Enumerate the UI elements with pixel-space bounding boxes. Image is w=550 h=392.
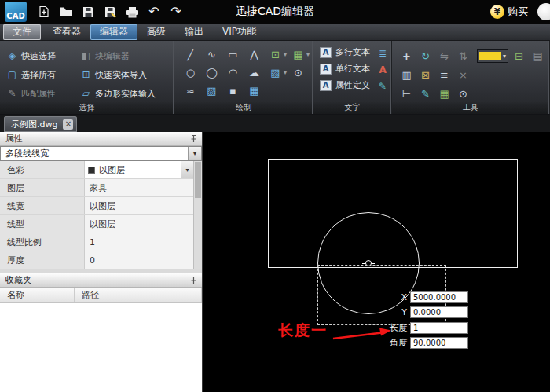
quick-select-button[interactable]: ◈ 快速选择 (5, 46, 79, 65)
rectangle-tool-icon[interactable]: ▭ (223, 46, 243, 62)
favorites-list[interactable] (0, 303, 202, 392)
donut-tool2-icon[interactable]: ⊙ (455, 86, 471, 101)
property-value[interactable]: 以图层 (85, 215, 193, 233)
new-file-button[interactable] (34, 2, 54, 21)
favorites-column-name[interactable]: 名称 (0, 288, 75, 302)
menu-vip[interactable]: VIP功能 (213, 24, 266, 40)
quick-entity-import-button[interactable]: ⊞ 快速实体导入 (79, 65, 171, 84)
multiline-text-button[interactable]: A 多行文本 (320, 46, 370, 58)
save-button[interactable] (78, 2, 98, 21)
menu-output[interactable]: 输出 (175, 24, 213, 40)
menu-advanced[interactable]: 高级 (138, 24, 175, 40)
move-tool-icon[interactable]: + (398, 48, 415, 64)
support-icon[interactable] (537, 3, 550, 20)
revision-cloud-tool-icon[interactable]: ☁ (244, 64, 264, 80)
save-as-button[interactable] (100, 2, 120, 21)
y-input[interactable] (410, 306, 468, 318)
insert-block-tool-icon[interactable]: ⊡ (266, 46, 285, 62)
coord-row-angle: 角度 (369, 336, 468, 349)
menu-file[interactable]: 文件 (3, 24, 41, 40)
block-editor-label: 块编辑器 (95, 50, 130, 62)
attribute-define-button[interactable]: A 属性定义 (320, 79, 370, 91)
text-style-icon[interactable]: ✎ (376, 80, 390, 92)
center-grip-point[interactable] (362, 260, 375, 268)
grip-circle (365, 260, 372, 266)
buy-button[interactable]: ¥ 购买 (490, 5, 528, 19)
edit-pencil-tool-icon[interactable]: ✎ (417, 86, 434, 101)
document-tab[interactable]: 示例图.dwg × (4, 116, 77, 132)
spline-tool-icon[interactable]: ∿ (202, 46, 222, 62)
property-label: 图层 (0, 179, 85, 196)
layers-tool-icon[interactable]: ≡ (436, 67, 453, 82)
attribute-define-label: 属性定义 (336, 79, 370, 91)
array-dropdown-icon[interactable]: ▾ (306, 51, 310, 58)
undo-icon: ↶ (148, 5, 159, 18)
save-as-icon (104, 6, 116, 18)
mirror-tool-icon[interactable]: ⇋ (436, 48, 453, 64)
block-editor-button[interactable]: ◧ 块编辑器 (79, 46, 171, 65)
text-align-icon[interactable]: ≣ (376, 47, 390, 59)
block-tool-icon[interactable]: ⊠ (417, 67, 434, 82)
color-value-dropdown[interactable]: 以图层 ▾ (85, 161, 193, 178)
quick-select-icon: ◈ (6, 50, 18, 61)
menu-editor[interactable]: 编辑器 (90, 24, 138, 40)
entity-type-dropdown[interactable]: 多段线线宽 ▾ (0, 146, 202, 161)
property-value[interactable]: 以图层 (85, 197, 193, 214)
property-value[interactable]: 家具 (85, 179, 193, 196)
donut-tool-icon[interactable]: ⊙ (288, 64, 308, 80)
scrollbar-thumb[interactable] (195, 162, 201, 198)
hatch-dropdown-icon[interactable]: ▾ (284, 69, 287, 76)
table-export-tool-icon[interactable]: ▦ (436, 86, 453, 101)
table-tool-icon[interactable]: ▦ (244, 82, 264, 98)
hatch-tool-icon[interactable]: ▨ (266, 64, 285, 80)
print-button[interactable] (122, 2, 142, 21)
favorites-header: 收藏夹 (0, 273, 202, 288)
edit-text-icon[interactable]: A (376, 64, 390, 75)
open-file-button[interactable] (56, 2, 76, 21)
copy-tool-icon[interactable]: ⊟ (511, 48, 527, 64)
property-value[interactable]: 0 (85, 251, 193, 269)
select-all-label: 选择所有 (21, 69, 56, 81)
color-picker-dropdown[interactable]: ▾ (477, 49, 508, 63)
paste-tool-icon[interactable]: ▤ (530, 48, 546, 64)
menubar: 文件 查看器 编辑器 高级 输出 VIP功能 (0, 24, 550, 41)
rotate-tool-icon[interactable]: ↻ (417, 48, 434, 64)
menu-viewer[interactable]: 查看器 (43, 24, 90, 40)
redo-button[interactable]: ↷ (166, 2, 186, 21)
length-input[interactable] (410, 322, 468, 334)
angle-input[interactable] (410, 337, 468, 349)
drawing-canvas[interactable]: X Y 长度 角度 长度一 (203, 132, 550, 392)
offset-tool-icon[interactable]: ⇅ (455, 48, 471, 64)
select-all-button[interactable]: ▢ 选择所有 (5, 65, 79, 84)
polygon-entity-input-label: 多边形实体输入 (95, 88, 156, 100)
undo-button[interactable]: ↶ (144, 2, 164, 21)
array-tool-icon[interactable]: ▦ (288, 46, 308, 62)
pin-icon[interactable] (189, 134, 198, 143)
x-input[interactable] (410, 291, 468, 303)
arc-tool-icon[interactable]: ◠ (223, 64, 243, 80)
singleline-text-button[interactable]: A 单行文本 (320, 63, 370, 75)
properties-scrollbar[interactable] (193, 161, 202, 269)
tab-close-icon[interactable]: × (63, 119, 73, 130)
clipboard-tool-icon[interactable]: ▥ (398, 67, 415, 82)
chevron-down-icon[interactable]: ▾ (188, 147, 201, 160)
favorites-column-path[interactable]: 路径 (75, 288, 202, 302)
gradient-hatch-tool-icon[interactable]: ▨ (202, 82, 222, 98)
circle-tool-icon[interactable]: ○ (181, 64, 200, 80)
polyline-tool-icon[interactable]: ⋀ (244, 46, 264, 62)
sketch-tool-icon[interactable]: ≈ (181, 82, 200, 98)
chevron-down-icon[interactable]: ▾ (181, 161, 193, 178)
erase-tool-icon[interactable]: × (455, 67, 471, 82)
match-properties-button[interactable]: ✎ 匹配属性 (5, 84, 79, 103)
app-logo-icon: CAD (5, 2, 27, 22)
print-icon (126, 6, 139, 18)
ellipse-tool-icon[interactable]: ◯ (202, 64, 222, 80)
line-tool-icon[interactable]: ╱ (181, 46, 200, 62)
measure-tool-icon[interactable]: ⊢ (398, 86, 415, 101)
property-value[interactable]: 1 (85, 233, 193, 251)
polygon-entity-input-button[interactable]: ▱ 多边形实体输入 (79, 84, 171, 103)
insert-block-dropdown-icon[interactable]: ▾ (284, 51, 287, 58)
point-tool-icon[interactable]: ▪ (223, 82, 243, 98)
property-label: 线型 (0, 215, 85, 233)
pin-icon[interactable] (189, 276, 198, 284)
